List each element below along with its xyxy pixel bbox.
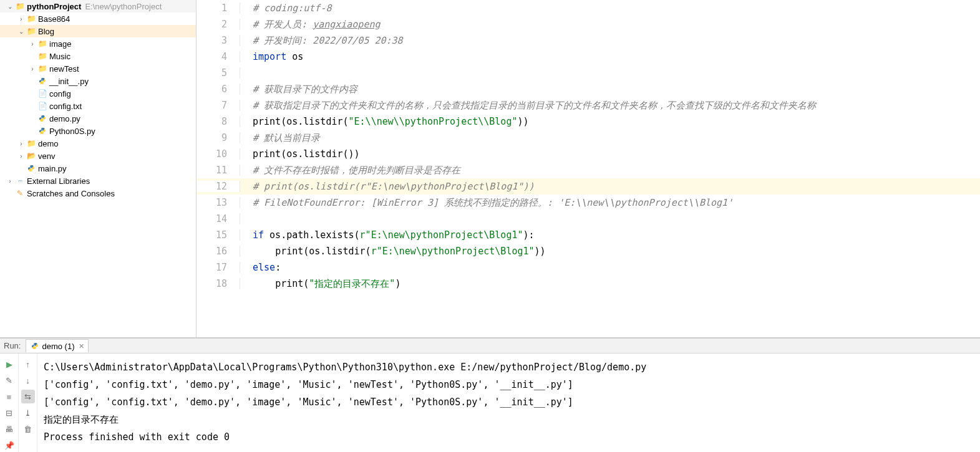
tree-item-label: newTest [49, 64, 79, 74]
pin-button[interactable]: 📌 [2, 438, 16, 452]
tree-item-label: Blog [38, 27, 54, 36]
project-tree[interactable]: ⌄📁pythonProjectE:\new\pythonProject›📁Bas… [0, 0, 196, 337]
line-number: 9 [196, 132, 240, 143]
code-text: # coding:utf-8 [249, 2, 331, 14]
console-line: Process finished with exit code 0 [44, 428, 974, 446]
line-number: 7 [196, 100, 240, 111]
code-line[interactable]: 13# FileNotFoundError: [WinError 3] 系统找不… [196, 195, 980, 211]
code-line[interactable]: 16 print(os.listdir(r"E:\new\pythonProje… [196, 243, 980, 259]
svg-point-9 [36, 348, 36, 349]
tree-item-label: Python0S.py [49, 127, 95, 136]
tree-item[interactable]: ›📁newTest [0, 62, 196, 75]
expand-arrow-icon[interactable]: ⌄ [16, 28, 26, 35]
code-line[interactable]: 9# 默认当前目录 [196, 130, 980, 146]
python-icon [26, 163, 36, 173]
tree-item[interactable]: ›📁demo [0, 137, 196, 150]
line-number: 6 [196, 84, 240, 95]
expand-arrow-icon[interactable]: › [16, 16, 26, 22]
svg-point-3 [43, 120, 44, 121]
code-line[interactable]: 11# 文件不存在时报错，使用时先判断目录是否存在 [196, 162, 980, 178]
tree-item[interactable]: ›📁Base864 [0, 12, 196, 25]
tree-item-label: pythonProject [27, 2, 81, 11]
tree-item[interactable]: ›📂venv [0, 150, 196, 162]
tree-item[interactable]: main.py [0, 162, 196, 175]
expand-arrow-icon[interactable]: › [27, 41, 37, 47]
close-icon[interactable]: ✕ [79, 342, 84, 350]
tree-item[interactable]: 📄config.txt [0, 100, 196, 112]
line-number: 11 [196, 165, 240, 176]
code-line[interactable]: 4import os [196, 49, 980, 65]
down-button[interactable]: ↓ [21, 373, 35, 387]
code-line[interactable]: 1# coding:utf-8 [196, 0, 980, 16]
console-output[interactable]: C:\Users\Administrator\AppData\Local\Pro… [37, 353, 980, 452]
code-line[interactable]: 14 [196, 211, 980, 227]
expand-arrow-icon[interactable]: ⌄ [5, 3, 15, 10]
code-line[interactable]: 10print(os.listdir()) [196, 146, 980, 162]
expand-arrow-icon[interactable]: › [27, 65, 37, 72]
code-text: # 默认当前目录 [249, 132, 320, 144]
run-tab[interactable]: demo (1) ✕ [26, 339, 88, 352]
code-line[interactable]: 8print(os.listdir("E:\\new\\pythonProjec… [196, 113, 980, 130]
expand-arrow-icon[interactable]: › [16, 153, 26, 160]
tree-item-label: Base864 [38, 14, 70, 24]
scroll-button[interactable]: ⤓ [21, 406, 35, 420]
code-line[interactable]: 5 [196, 65, 980, 81]
python-icon [37, 76, 47, 86]
code-line[interactable]: 3# 开发时间: 2022/07/05 20:38 [196, 32, 980, 49]
tree-item-label: main.py [38, 164, 67, 173]
code-text: else: [249, 262, 281, 273]
line-number: 14 [196, 213, 240, 224]
trash-button[interactable]: 🗑 [21, 422, 35, 436]
folder-icon: 📁 [37, 51, 47, 61]
tree-item[interactable]: demo.py [0, 112, 196, 125]
code-line[interactable]: 15if os.path.lexists(r"E:\new\pythonProj… [196, 227, 980, 243]
run-label: Run: [4, 341, 21, 350]
code-text: print(os.listdir("E:\\new\\pythonProject… [249, 116, 529, 127]
tree-item-label: demo [38, 139, 59, 148]
tree-item-label: __init__.py [49, 77, 89, 86]
rerun-button[interactable]: ▶ [2, 357, 16, 371]
code-text: print("指定的目录不存在") [249, 278, 400, 290]
layout-button[interactable]: ⊟ [2, 406, 16, 420]
line-number: 2 [196, 19, 240, 30]
wrap-button[interactable]: ⇆ [21, 390, 35, 403]
code-text: print(os.listdir(r"E:\new\pythonProject\… [249, 246, 546, 257]
code-line[interactable]: 17else: [196, 259, 980, 276]
code-line[interactable]: 12# print(os.listdir(r"E:\new\pythonProj… [196, 178, 980, 195]
tools-button[interactable]: ✎ [2, 373, 16, 387]
code-text: # 文件不存在时报错，使用时先判断目录是否存在 [249, 165, 460, 176]
console-line: ['config', 'config.txt', 'demo.py', 'ima… [44, 376, 974, 393]
python-icon [30, 341, 40, 351]
line-number: 17 [196, 262, 240, 273]
code-line[interactable]: 7# 获取指定目录下的文件夹和文件的名称，只会查找指定目录的当前目录下的文件名和… [196, 97, 980, 113]
console-line: C:\Users\Administrator\AppData\Local\Pro… [44, 358, 974, 376]
code-line[interactable]: 6# 获取目录下的文件内容 [196, 81, 980, 97]
expand-arrow-icon[interactable]: › [16, 140, 26, 147]
tree-item[interactable]: ⌄📁Blog [0, 25, 196, 37]
tree-item[interactable]: __init__.py [0, 75, 196, 87]
stop-button[interactable]: ■ [2, 390, 16, 403]
tree-item[interactable]: ⌄📁pythonProjectE:\new\pythonProject [0, 0, 196, 12]
code-line[interactable]: 18 print("指定的目录不存在") [196, 276, 980, 292]
tree-item-label: Scratches and Consoles [27, 189, 115, 198]
tree-item[interactable]: 📁Music [0, 50, 196, 62]
tree-item[interactable]: ›⎓External Libraries [0, 175, 196, 187]
expand-arrow-icon[interactable]: › [5, 178, 15, 185]
print-button[interactable]: 🖶 [2, 422, 16, 436]
code-line[interactable]: 2# 开发人员: yangxiaopeng [196, 16, 980, 32]
code-text: # FileNotFoundError: [WinError 3] 系统找不到指… [249, 197, 733, 209]
code-editor[interactable]: 1# coding:utf-82# 开发人员: yangxiaopeng3# 开… [196, 0, 980, 337]
line-number: 12 [196, 181, 240, 192]
code-text: # 获取目录下的文件内容 [249, 84, 357, 95]
tree-item[interactable]: ✎Scratches and Consoles [0, 187, 196, 200]
tree-item-label: External Libraries [27, 176, 90, 186]
svg-point-8 [34, 344, 35, 344]
tree-item[interactable]: 📄config [0, 87, 196, 100]
line-number: 18 [196, 278, 240, 289]
code-text: import os [249, 51, 303, 62]
tree-item[interactable]: ›📁image [0, 37, 196, 50]
up-button[interactable]: ↑ [21, 357, 35, 371]
tree-item[interactable]: Python0S.py [0, 125, 196, 137]
folder-icon: 📁 [26, 138, 36, 148]
line-number: 13 [196, 197, 240, 208]
